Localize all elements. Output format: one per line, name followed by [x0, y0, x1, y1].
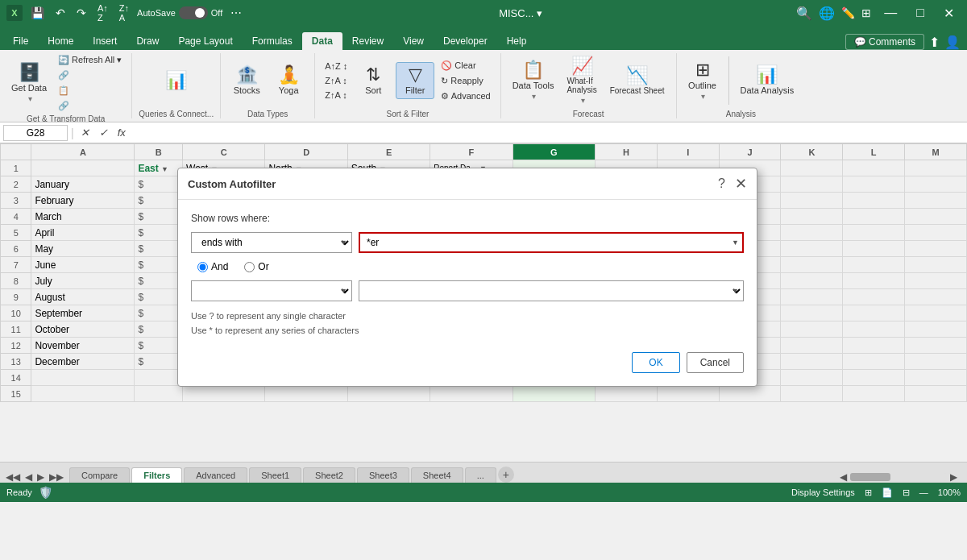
cancel-entry-button[interactable]: ✕ — [77, 127, 93, 139]
autosave-pill[interactable] — [179, 6, 208, 19]
data-analysis-button[interactable]: 📊 Data Analysis — [736, 63, 799, 98]
condition-type-2-select[interactable]: equals begins with ends with — [191, 280, 352, 301]
add-sheet-button[interactable]: + — [498, 467, 514, 483]
sort-custom-button[interactable]: Z↑A ↕ — [322, 89, 351, 102]
sheet-tab-compare[interactable]: Compare — [69, 467, 130, 483]
sheet-tab-advanced[interactable]: Advanced — [184, 467, 247, 483]
condition-type-select[interactable]: ends with equals begins with contains do… — [191, 232, 352, 253]
normal-view-icon[interactable]: ⊞ — [865, 487, 872, 498]
tab-view[interactable]: View — [393, 32, 434, 50]
formula-input[interactable] — [132, 126, 964, 140]
get-data-button[interactable]: 🗄️ Get Data ▾ — [6, 60, 52, 106]
pen-icon[interactable]: ✏️ — [841, 6, 855, 19]
insert-function-button[interactable]: fx — [114, 127, 129, 139]
and-radio[interactable] — [197, 262, 208, 272]
page-layout-icon[interactable]: 📄 — [882, 487, 893, 498]
sort-za-small-button[interactable]: Z↑A ↕ — [322, 74, 351, 87]
or-radio-label[interactable]: Or — [244, 261, 268, 272]
tab-file[interactable]: File — [3, 32, 38, 50]
dialog-overlay: Custom Autofilter ? ✕ Show rows where: e… — [0, 143, 967, 402]
condition-value-dropdown-arrow[interactable]: ▼ — [732, 239, 739, 247]
condition-value-2-select[interactable] — [359, 280, 744, 301]
status-text: Ready — [6, 487, 32, 497]
sort-az-button[interactable]: A↑Z — [94, 2, 111, 24]
refresh-all-button[interactable]: 🔄 Refresh All ▾ — [55, 53, 125, 67]
ok-button[interactable]: OK — [632, 352, 679, 373]
dialog-titlebar: Custom Autofilter ? ✕ — [178, 168, 757, 200]
filter-button[interactable]: ▽ Filter — [396, 62, 434, 99]
tab-page-layout[interactable]: Page Layout — [168, 32, 242, 50]
sort-az-small-button[interactable]: A↑Z ↕ — [322, 60, 351, 73]
maximize-button[interactable]: □ — [910, 6, 931, 20]
dropdown-icon[interactable]: ▾ — [537, 7, 542, 19]
dialog-help-button[interactable]: ? — [718, 176, 725, 191]
undo-button[interactable]: ↶ — [52, 5, 68, 21]
cell-reference-box[interactable] — [3, 125, 68, 141]
clear-button[interactable]: 🚫 Clear — [438, 59, 493, 73]
dialog-hint: Use ? to represent any single character … — [191, 309, 744, 338]
dialog-footer: OK Cancel — [191, 346, 744, 373]
tab-help[interactable]: Help — [497, 32, 537, 50]
queries-icon[interactable]: 📊 — [165, 70, 187, 91]
user-icon[interactable]: 👤 — [944, 35, 961, 50]
tab-review[interactable]: Review — [342, 32, 393, 50]
get-transform-items: 🗄️ Get Data ▾ 🔄 Refresh All ▾ 🔗 📋 🔗 — [6, 53, 125, 113]
outline-button[interactable]: ⊞ Outline▾ — [683, 58, 722, 104]
sort-za-button[interactable]: Z↑A — [116, 2, 132, 24]
sheet-tab-sheet2[interactable]: Sheet2 — [303, 467, 355, 483]
more-tools-button[interactable]: ⋯ — [227, 5, 245, 21]
data-tools-button[interactable]: 📋 Data Tools▾ — [508, 58, 559, 104]
nav-prev-sheet-button[interactable]: ◀ — [23, 471, 35, 483]
nav-last-sheet-button[interactable]: ▶▶ — [47, 471, 66, 483]
ribbon-group-analysis: ⊞ Outline▾ 📊 Data Analysis Analysis — [677, 53, 806, 118]
sort-filter-items: A↑Z ↕ Z↑A ↕ Z↑A ↕ ⇅ Sort ▽ Filter 🚫 Clea… — [322, 53, 494, 108]
condition-value-wrapper: ▼ — [359, 232, 744, 253]
confirm-entry-button[interactable]: ✓ — [96, 127, 111, 139]
tab-insert[interactable]: Insert — [83, 32, 127, 50]
or-radio[interactable] — [244, 262, 255, 272]
redo-button[interactable]: ↷ — [73, 5, 89, 21]
sheet-tab-sheet1[interactable]: Sheet1 — [249, 467, 301, 483]
queries-connections-button[interactable]: 🔗 — [55, 68, 125, 82]
save-button[interactable]: 💾 — [27, 5, 48, 21]
nav-next-sheet-button[interactable]: ▶ — [35, 471, 47, 483]
share-icon[interactable]: ⬆ — [929, 35, 940, 50]
globe-icon[interactable]: 🌐 — [819, 6, 835, 21]
autosave-toggle[interactable]: AutoSave Off — [137, 6, 222, 19]
and-radio-label[interactable]: And — [197, 261, 228, 272]
dialog-close-button[interactable]: ✕ — [735, 175, 747, 193]
properties-button[interactable]: 📋 — [55, 84, 125, 97]
condition-value-input[interactable] — [359, 232, 744, 253]
display-settings-label[interactable]: Display Settings — [791, 487, 855, 497]
tab-draw[interactable]: Draw — [127, 32, 168, 50]
nav-first-sheet-button[interactable]: ◀◀ — [3, 471, 23, 483]
tab-home[interactable]: Home — [38, 32, 83, 50]
what-if-button[interactable]: 📈 What-IfAnalysis▾ — [562, 54, 601, 108]
ribbon-group-data-types: 🏦 Stocks 🧘 Yoga Data Types — [221, 53, 315, 118]
reapply-button[interactable]: ↻ Reapply — [438, 74, 493, 88]
sheet-tab-filters[interactable]: Filters — [131, 467, 182, 483]
condition-value-2-dropdown-arrow[interactable]: ▼ — [732, 287, 739, 295]
edit-links-button[interactable]: 🔗 — [55, 99, 125, 113]
minimize-button[interactable]: — — [878, 6, 903, 20]
tab-developer[interactable]: Developer — [434, 32, 497, 50]
tab-formulas[interactable]: Formulas — [243, 32, 302, 50]
close-button[interactable]: ✕ — [937, 6, 961, 21]
search-icon[interactable]: 🔍 — [796, 6, 812, 21]
yoga-button[interactable]: 🧘 Yoga — [269, 63, 308, 98]
advanced-filter-button[interactable]: ⚙ Advanced — [438, 89, 493, 103]
page-break-icon[interactable]: ⊟ — [903, 487, 910, 498]
stocks-button[interactable]: 🏦 Stocks — [227, 63, 266, 98]
sheet-tab-more[interactable]: ... — [465, 467, 496, 483]
cancel-button[interactable]: Cancel — [687, 352, 744, 373]
analysis-label: Analysis — [726, 108, 756, 118]
sheet-tab-sheet4[interactable]: Sheet4 — [411, 467, 463, 483]
tab-data[interactable]: Data — [302, 32, 342, 50]
sort-button[interactable]: ⇅ Sort — [354, 63, 392, 98]
horizontal-scroll[interactable]: ◀ ▶ — [840, 471, 964, 483]
window-restore-icon[interactable]: ⊞ — [861, 6, 871, 19]
forecast-sheet-button[interactable]: 📉 Forecast Sheet — [605, 64, 670, 98]
sheet-grid: A B C D E F G H I J K L M — [0, 143, 967, 462]
comments-button[interactable]: 💬 Comments — [845, 34, 924, 50]
sheet-tab-sheet3[interactable]: Sheet3 — [357, 467, 409, 483]
